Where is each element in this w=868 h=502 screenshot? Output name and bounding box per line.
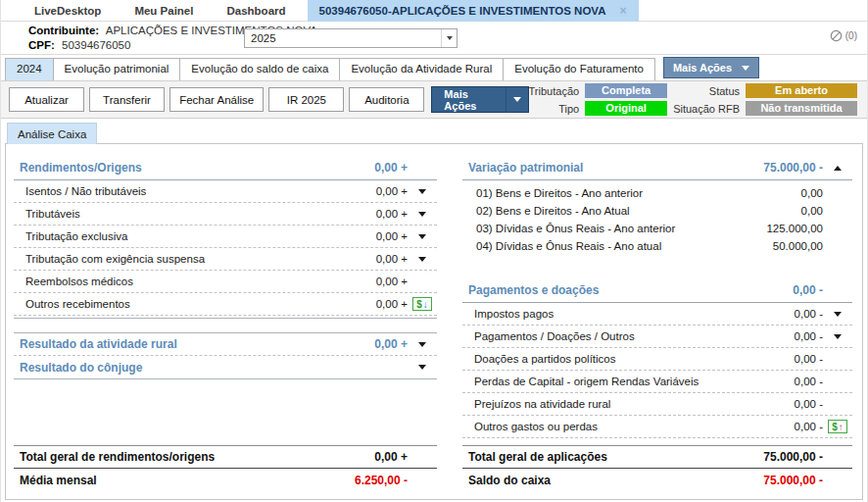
table-row: Reembolsos médicos 0,00 + xyxy=(14,271,437,293)
year-select-value: 2025 xyxy=(245,32,441,44)
variacao-patrimonial-section: 01) Bens e Direitos - Ano anterior 0,00 … xyxy=(462,180,852,255)
evolution-tabs: 2024 Evolução patrimonial Evolução do sa… xyxy=(1,55,867,81)
variacao-patrimonial-header[interactable]: Variação patrimonial 75.000,00 - xyxy=(462,156,852,180)
cpf-label: CPF: xyxy=(28,39,55,51)
status-fields: Tributação Completa Status Em aberto Tip… xyxy=(529,83,859,116)
table-row: Outros recebimentos 0,00 + $ ↓ xyxy=(14,293,437,316)
tributacao-label: Tributação xyxy=(529,85,580,97)
notification-area[interactable]: (0) xyxy=(830,29,857,42)
notification-count: (0) xyxy=(845,30,857,41)
year-select[interactable]: 2025 xyxy=(244,28,458,48)
table-row: Tributação exclusiva 0,00 + xyxy=(14,226,437,248)
expand-dropdown-icon[interactable] xyxy=(408,365,437,370)
atualizar-button[interactable]: Atualizar xyxy=(9,87,84,112)
table-row: Prejuízos na atividade rural 0,00 - xyxy=(462,393,852,416)
ir-2025-button[interactable]: IR 2025 xyxy=(268,87,344,112)
toolbar: Atualizar Transferir Fechar Análise IR 2… xyxy=(1,81,867,119)
aplicacoes-column: Variação patrimonial 75.000,00 - 01) Ben… xyxy=(462,156,852,491)
nav-dashboard[interactable]: Dashboard xyxy=(226,5,285,17)
resultado-section: Resultado da atividade rural 0,00 + Resu… xyxy=(14,332,437,379)
contribuinte-bar: Contribuinte: APLICAÇÕES E INVESTIMENTOS… xyxy=(1,22,867,55)
tab-2024[interactable]: 2024 xyxy=(5,58,54,80)
saldo-caixa-row: Saldo do caixa 75.000,00 - xyxy=(462,469,852,491)
top-navigation: LiveDesktop Meu Painel Dashboard 5039467… xyxy=(1,0,867,22)
contribuinte-label: Contribuinte: xyxy=(28,25,99,36)
table-row: Perdas de Capital - origem Rendas Variáv… xyxy=(462,371,852,393)
situacao-rfb-badge: Não transmitida xyxy=(746,101,857,116)
section-title: Rendimentos/Origens xyxy=(14,161,300,175)
expand-dropdown-icon[interactable] xyxy=(408,257,437,262)
analise-caixa-panel: Rendimentos/Origens 0,00 + Isentos / Não… xyxy=(5,143,863,500)
close-icon[interactable]: × xyxy=(619,4,626,18)
resultado-conjuge-row[interactable]: Resultado do cônjuge xyxy=(14,356,437,378)
tab-evolucao-atividade-rural[interactable]: Evolução da Atividade Rural xyxy=(339,58,504,80)
auditoria-button[interactable]: Auditoria xyxy=(349,87,424,112)
mais-acoes-tab-button[interactable]: Mais Ações xyxy=(663,57,759,78)
expand-dropdown-icon[interactable] xyxy=(408,342,437,347)
table-row: 02) Bens e Direitos - Ano Atual 0,00 xyxy=(462,202,852,220)
status-badge: Em aberto xyxy=(746,83,857,98)
table-row: 04) Dívidas e Ônus Reais - Ano atual 50.… xyxy=(462,237,852,255)
tributacao-badge: Completa xyxy=(585,83,667,98)
rendimentos-totals: Total geral de rendimentos/origens 0,00 … xyxy=(14,445,437,491)
section-title: Variação patrimonial xyxy=(462,161,715,175)
section-total: 0,00 - xyxy=(715,283,823,297)
expand-dropdown-icon[interactable] xyxy=(408,189,437,194)
table-row: Doações a partidos políticos 0,00 - xyxy=(462,348,852,371)
tab-evolucao-faturamento[interactable]: Evolução do Faturamento xyxy=(503,58,655,80)
rendimentos-origens-header[interactable]: Rendimentos/Origens 0,00 + xyxy=(14,156,437,180)
section-title: Pagamentos e doações xyxy=(462,283,715,297)
status-label: Status xyxy=(673,85,740,97)
section-total: 75.000,00 - xyxy=(715,161,823,175)
expand-dropdown-icon[interactable] xyxy=(823,312,852,317)
money-in-icon[interactable]: $ ↓ xyxy=(412,297,432,311)
situacao-rfb-label: Situação RFB xyxy=(673,103,740,115)
pagamentos-doacoes-section: Pagamentos e doações 0,00 - Impostos pag… xyxy=(462,278,852,438)
app-window: LiveDesktop Meu Painel Dashboard 5039467… xyxy=(0,0,868,502)
chevron-down-icon[interactable] xyxy=(441,29,457,47)
nav-meu-painel[interactable]: Meu Painel xyxy=(134,5,193,17)
expand-dropdown-icon[interactable] xyxy=(408,234,437,239)
client-tab[interactable]: 50394676050-APLICAÇÕES E INVESTIMENTOS N… xyxy=(308,0,639,22)
resultado-atividade-rural-row[interactable]: Resultado da atividade rural 0,00 + xyxy=(14,333,437,356)
chevron-down-icon xyxy=(742,66,749,71)
client-tab-label: 50394676050-APLICAÇÕES E INVESTIMENTOS N… xyxy=(319,5,606,17)
slashed-circle-icon xyxy=(830,29,843,42)
nav-livedesktop[interactable]: LiveDesktop xyxy=(34,5,101,17)
table-row: Pagamentos / Doações / Outros 0,00 - xyxy=(462,326,852,348)
expand-dropdown-icon[interactable] xyxy=(408,212,437,217)
transferir-button[interactable]: Transferir xyxy=(89,87,165,112)
cpf-value: 50394676050 xyxy=(62,39,130,51)
section-total: 0,00 + xyxy=(300,161,408,175)
expand-dropdown-icon[interactable] xyxy=(823,334,852,339)
fechar-analise-button[interactable]: Fechar Análise xyxy=(169,87,264,112)
money-out-icon[interactable]: $ ↑ xyxy=(828,420,847,433)
mais-acoes-tab-label: Mais Ações xyxy=(673,62,732,74)
table-row: Tributação com exigência suspensa 0,00 + xyxy=(14,248,437,271)
collapse-icon[interactable] xyxy=(823,166,852,171)
table-row: Impostos pagos 0,00 - xyxy=(462,303,852,326)
total-geral-aplicacoes-row: Total geral de aplicações 75.000,00 - xyxy=(462,446,852,469)
table-row: Isentos / Não tributáveis 0,00 + xyxy=(14,180,437,203)
mais-acoes-toolbar-button[interactable]: Mais Ações xyxy=(431,86,528,113)
tipo-badge: Original xyxy=(585,101,667,116)
rendimentos-column: Rendimentos/Origens 0,00 + Isentos / Não… xyxy=(14,156,437,491)
tab-evolucao-saldo-caixa[interactable]: Evolução do saldo de caixa xyxy=(179,58,340,80)
tab-analise-caixa[interactable]: Análise Caixa xyxy=(7,123,97,144)
table-row: 01) Bens e Direitos - Ano anterior 0,00 xyxy=(462,184,852,202)
tipo-label: Tipo xyxy=(529,103,580,115)
pagamentos-doacoes-header[interactable]: Pagamentos e doações 0,00 - xyxy=(462,278,852,303)
mais-acoes-toolbar-label: Mais Ações xyxy=(444,88,498,112)
aplicacoes-totals: Total geral de aplicações 75.000,00 - Sa… xyxy=(462,445,852,491)
table-row: Tributáveis 0,00 + xyxy=(14,203,437,226)
rendimentos-section: Isentos / Não tributáveis 0,00 + Tributá… xyxy=(14,180,437,319)
table-row: Outros gastos ou perdas 0,00 - $ ↑ xyxy=(462,416,852,438)
analysis-tab-row: Análise Caixa xyxy=(1,119,867,143)
chevron-down-icon xyxy=(506,87,527,112)
total-geral-rendimentos-row: Total geral de rendimentos/origens 0,00 … xyxy=(14,446,437,469)
table-row: 03) Dívidas e Ônus Reais - Ano anterior … xyxy=(462,220,852,237)
media-mensal-row: Média mensal 6.250,00 - xyxy=(14,469,437,491)
tab-evolucao-patrimonial[interactable]: Evolução patrimonial xyxy=(53,58,181,80)
